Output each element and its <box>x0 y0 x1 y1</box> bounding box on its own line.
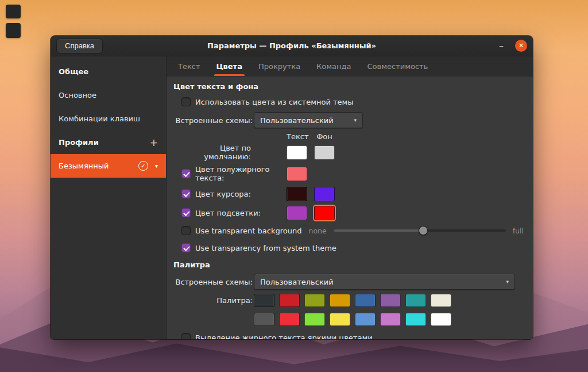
check-glyph: ✓ <box>141 160 145 171</box>
highlight-background-color-swatch[interactable] <box>314 206 335 220</box>
sidebar-item-label: Профили <box>59 137 99 148</box>
sidebar-item-label: Основное <box>59 90 96 101</box>
colors-page: Цвет текста и фона Использовать цвета из… <box>167 76 533 339</box>
default-text-color-swatch[interactable] <box>287 145 307 160</box>
tab-scrolling[interactable]: Прокрутка <box>250 56 308 76</box>
window-title: Параметры — Профиль «Безымянный» <box>51 41 533 50</box>
palette-swatch[interactable] <box>254 294 274 307</box>
cursor-color-row: Цвет курсора: <box>173 186 524 201</box>
palette-swatch[interactable] <box>405 294 426 307</box>
use-system-theme-row: Использовать цвета из системной темы <box>173 95 524 108</box>
desktop-background: Справка Параметры — Профиль «Безымянный»… <box>0 0 588 372</box>
highlight-color-label: Цвет подсветки: <box>195 209 261 217</box>
palette-grid <box>254 294 451 326</box>
transparent-background-label: Use transparent background <box>195 227 301 235</box>
cursor-background-color-swatch[interactable] <box>314 187 335 201</box>
cursor-text-color-swatch[interactable] <box>287 187 307 201</box>
builtin-schemes-value: Пользовательский <box>260 116 334 125</box>
palette-schemes-row: Встроенные схемы: Пользовательский ▾ <box>173 274 524 290</box>
palette-swatch[interactable] <box>330 294 350 307</box>
desktop-shortcut-icon[interactable] <box>6 23 21 38</box>
palette-swatch[interactable] <box>304 313 325 326</box>
cursor-color-label: Цвет курсора: <box>195 190 251 198</box>
transparency-slider[interactable] <box>334 229 506 232</box>
palette-schemes-value: Пользовательский <box>260 278 334 286</box>
help-button[interactable]: Справка <box>56 39 103 53</box>
default-color-row: Цвет по умолчанию: <box>173 144 524 161</box>
palette-swatch[interactable] <box>380 313 401 326</box>
slider-full-label: full <box>513 227 524 235</box>
highlight-color-checkbox[interactable] <box>181 208 191 217</box>
dropdown-arrow-icon: ▾ <box>498 279 509 285</box>
bold-text-color-swatch[interactable] <box>287 167 307 181</box>
palette-swatch[interactable] <box>355 313 376 326</box>
transparent-background-checkbox[interactable] <box>181 226 191 235</box>
bold-color-row: Цвет полужирного текста: <box>173 165 524 182</box>
default-color-label: Цвет по умолчанию: <box>173 144 287 161</box>
palette-schemes-select[interactable]: Пользовательский ▾ <box>254 274 515 290</box>
palette-swatch[interactable] <box>405 313 426 326</box>
tab-colors[interactable]: Цвета <box>208 56 250 76</box>
section-title-palette: Палитра <box>173 260 524 270</box>
sidebar-item-profiles[interactable]: Профили + <box>51 131 166 154</box>
tab-command[interactable]: Команда <box>308 56 359 76</box>
column-header-text: Текст <box>287 132 307 142</box>
default-background-color-swatch[interactable] <box>314 145 335 160</box>
palette-label: Палитра: <box>173 294 253 307</box>
bold-color-checkbox[interactable] <box>181 169 191 178</box>
column-header-background: Фон <box>314 132 335 142</box>
palette-swatch[interactable] <box>330 313 350 326</box>
slider-none-label: none <box>308 227 326 235</box>
sidebar-item-label: Комбинации клавиш <box>59 113 140 124</box>
transparency-system-label: Use transparency from system theme <box>195 244 336 252</box>
transparency-slider-handle[interactable] <box>419 226 428 235</box>
bold-bright-row: Выделение жирного текста яркими цветами <box>173 331 524 339</box>
palette-swatch[interactable] <box>279 294 300 307</box>
builtin-schemes-row: Встроенные схемы: Пользовательский ▾ <box>173 112 524 128</box>
main-panel: Текст Цвета Прокрутка Команда Совместимо… <box>167 56 533 339</box>
transparency-slider-fill <box>334 229 423 232</box>
close-icon: ✕ <box>519 42 524 49</box>
palette-row-1 <box>254 294 451 307</box>
use-system-theme-checkbox[interactable] <box>181 97 191 106</box>
minimize-button[interactable]: – <box>496 40 506 51</box>
swatch-column-headers: Текст Фон <box>173 132 524 142</box>
chevron-down-icon[interactable]: ▾ <box>155 160 158 171</box>
profile-name-label: Безымянный <box>59 160 109 171</box>
section-title-text-and-background: Цвет текста и фона <box>173 82 524 92</box>
bold-bright-label: Выделение жирного текста яркими цветами <box>195 333 373 340</box>
preferences-window: Справка Параметры — Профиль «Безымянный»… <box>51 36 533 339</box>
use-system-theme-label: Использовать цвета из системной темы <box>195 98 354 106</box>
palette-swatch[interactable] <box>431 313 451 326</box>
palette-swatch[interactable] <box>254 313 274 326</box>
palette-swatch[interactable] <box>279 313 300 326</box>
bold-color-label: Цвет полужирного текста: <box>195 165 287 182</box>
headerbar[interactable]: Справка Параметры — Профиль «Безымянный»… <box>51 36 533 56</box>
highlight-text-color-swatch[interactable] <box>287 206 307 220</box>
palette-swatch[interactable] <box>431 294 451 307</box>
sidebar-item-general[interactable]: Общее <box>51 60 166 83</box>
builtin-schemes-select[interactable]: Пользовательский ▾ <box>254 112 363 128</box>
close-button[interactable]: ✕ <box>515 40 527 52</box>
tab-text[interactable]: Текст <box>170 56 208 76</box>
window-controls: – ✕ <box>496 40 527 52</box>
sidebar-item-basic[interactable]: Основное <box>51 83 166 107</box>
sidebar-item-profile-unnamed[interactable]: Безымянный ✓ ▾ <box>51 154 166 178</box>
palette-row: Палитра: <box>173 294 524 326</box>
transparency-system-checkbox[interactable] <box>181 243 191 252</box>
cursor-color-checkbox[interactable] <box>181 189 191 198</box>
tab-bar: Текст Цвета Прокрутка Команда Совместимо… <box>167 56 533 76</box>
sidebar-item-shortcuts[interactable]: Комбинации клавиш <box>51 107 166 131</box>
tab-compatibility[interactable]: Совместимость <box>359 56 436 76</box>
palette-swatch[interactable] <box>380 294 401 307</box>
transparent-background-row: Use transparent background none full <box>173 224 524 237</box>
window-body: Общее Основное Комбинации клавиш Профили… <box>51 56 533 339</box>
builtin-schemes-label: Встроенные схемы: <box>173 116 253 125</box>
palette-swatch[interactable] <box>355 294 376 307</box>
bold-bright-checkbox[interactable] <box>181 333 191 339</box>
check-circle-icon: ✓ <box>138 161 148 171</box>
add-profile-button[interactable]: + <box>150 139 158 147</box>
palette-swatch[interactable] <box>304 294 325 307</box>
desktop-shortcut-icon[interactable] <box>6 5 21 18</box>
sidebar-item-label: Общее <box>59 66 88 77</box>
